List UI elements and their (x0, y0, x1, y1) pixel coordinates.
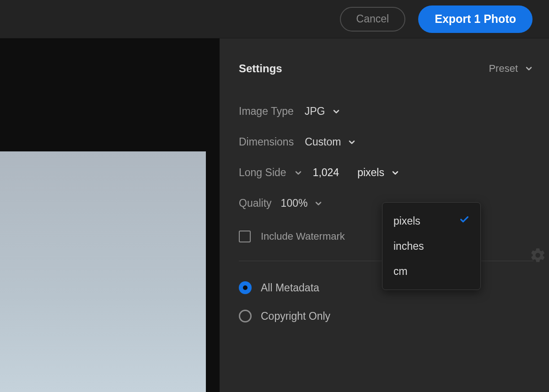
radio-selected-icon (239, 281, 252, 294)
unit-option-cm[interactable]: cm (382, 259, 480, 284)
settings-pane: Settings Preset Image Type JPG Dimension… (220, 38, 549, 392)
dialog-topbar: Cancel Export 1 Photo (0, 0, 549, 38)
chevron-down-icon (524, 64, 533, 73)
unit-option-pixels[interactable]: pixels (382, 208, 480, 234)
watermark-checkbox[interactable] (239, 231, 251, 242)
metadata-option-label: Copyright Only (261, 310, 330, 322)
gear-icon[interactable] (530, 247, 546, 266)
chevron-down-icon (332, 107, 341, 116)
dimensions-dropdown[interactable]: Custom (305, 136, 356, 148)
unit-option-inches[interactable]: inches (382, 234, 480, 259)
dialog-body: Settings Preset Image Type JPG Dimension… (0, 38, 549, 392)
cancel-button[interactable]: Cancel (340, 7, 406, 32)
preview-thumbnail (0, 151, 206, 392)
unit-option-label: inches (393, 240, 424, 252)
unit-value: pixels (357, 166, 384, 179)
preset-label: Preset (489, 63, 518, 75)
settings-title: Settings (239, 62, 282, 75)
dimensions-row: Dimensions Custom (239, 136, 533, 148)
dimensions-label: Dimensions (239, 136, 294, 148)
image-type-value: JPG (305, 105, 325, 118)
export-button[interactable]: Export 1 Photo (418, 5, 533, 33)
chevron-down-icon (391, 168, 400, 177)
long-side-value[interactable]: 1,024 (313, 166, 339, 179)
unit-popover: pixels inches cm (382, 202, 481, 290)
watermark-label: Include Watermark (261, 231, 345, 242)
check-icon (459, 215, 469, 227)
image-type-label: Image Type (239, 105, 294, 118)
image-type-row: Image Type JPG (239, 105, 533, 118)
preview-pane (0, 38, 220, 392)
unit-option-label: pixels (393, 215, 420, 227)
unit-dropdown[interactable]: pixels (357, 166, 400, 179)
metadata-option-copyright[interactable]: Copyright Only (239, 310, 533, 322)
quality-label: Quality (239, 197, 272, 209)
quality-value: 100% (281, 197, 308, 209)
metadata-option-label: All Metadata (261, 282, 319, 294)
dimensions-value: Custom (305, 136, 341, 148)
chevron-down-icon (347, 138, 356, 147)
quality-dropdown[interactable]: 100% (281, 197, 323, 209)
chevron-down-icon[interactable] (294, 168, 303, 177)
radio-unselected-icon (239, 310, 252, 322)
chevron-down-icon (314, 199, 323, 208)
unit-option-label: cm (393, 265, 408, 278)
image-type-dropdown[interactable]: JPG (305, 105, 341, 118)
long-side-label: Long Side (239, 166, 286, 179)
preset-dropdown[interactable]: Preset (489, 63, 533, 75)
long-side-row: Long Side 1,024 pixels (239, 166, 533, 179)
